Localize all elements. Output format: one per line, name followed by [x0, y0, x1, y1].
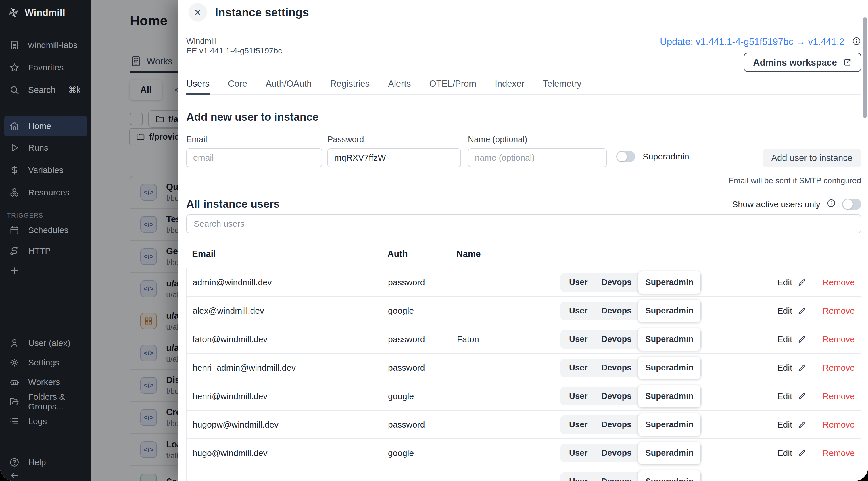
role-superadmin[interactable]: Superadmin [638, 357, 701, 379]
email-field[interactable] [186, 148, 322, 167]
edit-button[interactable]: Edit [777, 334, 807, 344]
table-body: admin@windmill.dev password User Devops … [186, 268, 861, 481]
tab-alerts[interactable]: Alerts [388, 79, 411, 94]
sidebar-item-home[interactable]: Home [4, 116, 87, 136]
modal-top-right: Update: v1.441.1-4-g51f5197bc → v1.441.2… [660, 36, 861, 72]
remove-button[interactable]: Remove [823, 391, 855, 401]
edit-button[interactable]: Edit [777, 420, 807, 429]
sidebar-item-variables[interactable]: Variables [0, 159, 91, 181]
user-email: hugopw@windmill.dev [192, 420, 388, 429]
role-devops[interactable]: Devops [595, 278, 639, 287]
role-devops[interactable]: Devops [595, 477, 639, 481]
show-active-toggle[interactable] [842, 198, 861, 210]
password-field-group: Password [328, 135, 461, 167]
remove-button[interactable]: Remove [823, 420, 855, 429]
role-user[interactable]: User [562, 477, 595, 481]
edit-button[interactable]: Edit [777, 278, 807, 287]
calendar-icon [9, 225, 20, 235]
edit-button[interactable]: Edit [777, 391, 807, 401]
role-user[interactable]: User [562, 334, 595, 344]
name-field[interactable] [468, 148, 607, 167]
role-superadmin[interactable]: Superadmin [638, 414, 701, 436]
role-user[interactable]: User [562, 306, 595, 316]
sidebar-bottom-group: User (alex) Settings Workers Folders & G… [0, 333, 91, 431]
user-auth: password [388, 278, 457, 287]
role-user[interactable]: User [562, 278, 595, 287]
add-user-button[interactable]: Add user to instance [763, 149, 861, 167]
show-active-group: Show active users only [732, 198, 861, 210]
role-user[interactable]: User [562, 420, 595, 429]
role-user[interactable]: User [562, 391, 595, 401]
role-superadmin[interactable]: Superadmin [638, 300, 701, 322]
role-devops[interactable]: Devops [595, 420, 639, 429]
role-superadmin[interactable]: Superadmin [638, 328, 701, 351]
remove-button[interactable]: Remove [823, 306, 855, 316]
role-devops[interactable]: Devops [595, 334, 639, 344]
add-trigger-button[interactable] [0, 261, 91, 280]
sidebar-item-search[interactable]: Search ⌘k [0, 79, 91, 101]
sidebar-item-settings[interactable]: Settings [0, 353, 91, 373]
search-icon [9, 85, 20, 95]
user-auth: password [388, 363, 457, 373]
user-email: henri@windmill.dev [192, 391, 388, 401]
remove-button[interactable]: Remove [823, 363, 855, 373]
role-segmented-control: User Devops Superadmin [560, 273, 702, 292]
tab-telemetry[interactable]: Telemetry [543, 79, 582, 94]
role-superadmin[interactable]: Superadmin [638, 271, 701, 294]
sidebar-item-folders-groups[interactable]: Folders & Groups... [0, 392, 91, 412]
remove-button[interactable]: Remove [823, 278, 855, 287]
role-user[interactable]: User [562, 363, 595, 373]
sidebar: Windmill windmill-labs Favorites Search … [0, 0, 91, 481]
sidebar-item-workspace[interactable]: windmill-labs [0, 34, 91, 56]
sidebar-item-label: Folders & Groups... [28, 392, 91, 412]
sidebar-item-workers[interactable]: Workers [0, 373, 91, 392]
tab-otel-prom[interactable]: OTEL/Prom [429, 79, 476, 94]
edit-button[interactable]: Edit [777, 448, 807, 458]
role-user[interactable]: User [562, 448, 595, 458]
sidebar-item-user[interactable]: User (alex) [0, 333, 91, 353]
role-devops[interactable]: Devops [595, 391, 639, 401]
sidebar-item-http[interactable]: HTTP [0, 241, 91, 261]
sidebar-item-favorites[interactable]: Favorites [0, 56, 91, 79]
update-link[interactable]: Update: v1.441.1-4-g51f5197bc → v1.441.2 [660, 36, 844, 47]
edit-button[interactable]: Edit [777, 363, 807, 373]
sidebar-item-label: Variables [28, 165, 64, 175]
tab-core[interactable]: Core [228, 79, 247, 94]
table-row: hugo@windmill.dev google User Devops Sup… [187, 439, 861, 468]
edit-button[interactable]: Edit [777, 306, 807, 316]
role-segmented-control: User Devops Superadmin [560, 359, 702, 377]
search-users-input[interactable] [186, 214, 861, 233]
password-field[interactable] [328, 148, 461, 167]
tab-users[interactable]: Users [186, 79, 210, 94]
role-segmented-control: User Devops Superadmin [560, 387, 702, 406]
sidebar-item-resources[interactable]: Resources [0, 181, 91, 204]
role-superadmin[interactable]: Superadmin [638, 470, 701, 481]
role-superadmin[interactable]: Superadmin [638, 442, 701, 464]
role-devops[interactable]: Devops [595, 448, 639, 458]
sidebar-item-logs[interactable]: Logs [0, 412, 91, 431]
info-icon[interactable] [852, 36, 861, 47]
superadmin-toggle[interactable] [616, 151, 635, 162]
gear-icon [9, 357, 20, 368]
sidebar-item-schedules[interactable]: Schedules [0, 220, 91, 241]
brand[interactable]: Windmill [0, 0, 91, 25]
tab-indexer[interactable]: Indexer [495, 79, 524, 94]
toggle-knob [843, 199, 853, 209]
tab-auth-oauth[interactable]: Auth/OAuth [266, 79, 312, 94]
role-superadmin[interactable]: Superadmin [638, 385, 701, 408]
info-icon[interactable] [827, 198, 836, 210]
collapse-sidebar-button[interactable] [0, 469, 91, 481]
remove-button[interactable]: Remove [823, 448, 855, 458]
tab-registries[interactable]: Registries [330, 79, 370, 94]
all-users-header-row: All instance users Show active users onl… [186, 198, 861, 210]
user-email: henri_admin@windmill.dev [192, 363, 388, 373]
role-devops[interactable]: Devops [595, 306, 639, 316]
sidebar-item-help[interactable]: Help [0, 455, 91, 469]
sidebar-item-runs[interactable]: Runs [0, 136, 91, 159]
instance-settings-modal: ✕ Instance settings Windmill EE v1.441.1… [178, 0, 868, 481]
remove-button[interactable]: Remove [823, 334, 855, 344]
admins-workspace-button[interactable]: Admins workspace [744, 53, 861, 72]
close-icon[interactable]: ✕ [189, 3, 207, 22]
role-devops[interactable]: Devops [595, 363, 639, 373]
scrollbar-thumb[interactable] [863, 17, 867, 118]
